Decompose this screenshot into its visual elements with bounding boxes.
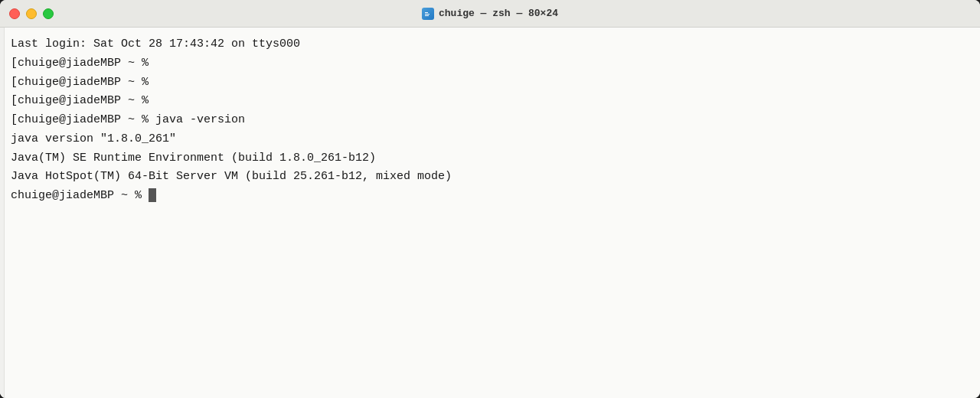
terminal-body[interactable]: Last login: Sat Oct 28 17:43:42 on ttys0… (0, 28, 980, 398)
terminal-line: chuige@jiadeMBP ~ % (11, 187, 974, 206)
close-button[interactable] (9, 8, 20, 19)
terminal-line: [chuige@jiadeMBP ~ % (11, 92, 974, 111)
title-text: chuige — zsh — 80×24 (439, 8, 558, 19)
svg-rect-0 (425, 12, 428, 13)
terminal-window: chuige — zsh — 80×24 Last login: Sat Oct… (0, 0, 980, 398)
svg-rect-1 (425, 14, 430, 15)
terminal-icon (422, 8, 434, 20)
terminal-line: [chuige@jiadeMBP ~ % (11, 73, 974, 93)
titlebar: chuige — zsh — 80×24 (0, 0, 980, 28)
maximize-button[interactable] (43, 8, 54, 19)
terminal-line: Java(TM) SE Runtime Environment (build 1… (11, 149, 974, 168)
terminal-cursor (149, 188, 156, 202)
svg-rect-2 (425, 15, 429, 16)
terminal-line: Last login: Sat Oct 28 17:43:42 on ttys0… (11, 35, 974, 54)
minimize-button[interactable] (26, 8, 37, 19)
traffic-lights (9, 8, 54, 19)
terminal-line: Java HotSpot(TM) 64-Bit Server VM (build… (11, 168, 974, 187)
window-title: chuige — zsh — 80×24 (422, 8, 558, 20)
terminal-content: Last login: Sat Oct 28 17:43:42 on ttys0… (11, 35, 974, 206)
terminal-line: [chuige@jiadeMBP ~ % (11, 54, 974, 73)
left-border (0, 28, 5, 398)
terminal-line: java version "1.8.0_261" (11, 130, 974, 149)
terminal-line: [chuige@jiadeMBP ~ % java -version (11, 111, 974, 130)
